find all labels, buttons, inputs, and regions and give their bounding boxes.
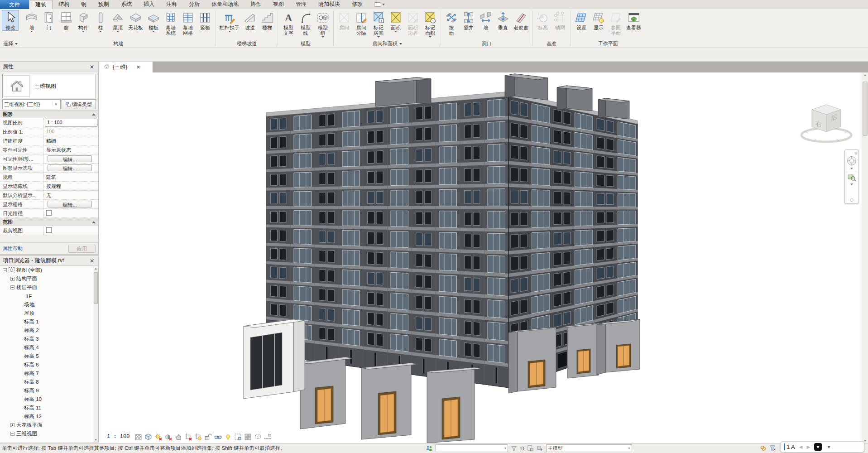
collapse-expander-icon[interactable] bbox=[10, 285, 14, 289]
ribbon-button-1-8[interactable]: 幕墙 系统 bbox=[162, 10, 179, 36]
select-links-icon[interactable] bbox=[760, 445, 767, 452]
ribbon-button-1-10[interactable]: 竖梃 bbox=[197, 10, 214, 31]
crop-view-off-icon[interactable] bbox=[184, 433, 192, 441]
ribbon-button-1-9[interactable]: 幕墙 网格 bbox=[179, 10, 197, 36]
ribbon-tab-9[interactable]: 协作 bbox=[245, 0, 267, 9]
chevron-down-icon[interactable] bbox=[850, 168, 853, 169]
zoom-region-icon[interactable] bbox=[847, 173, 856, 182]
ribbon-tab-8[interactable]: 体量和场地 bbox=[206, 0, 245, 9]
type-selector-dropdown[interactable]: 三维视图: {三维}▾ bbox=[2, 99, 61, 109]
ribbon-button-4-2[interactable]: 1标记 房间 bbox=[370, 10, 387, 38]
edit-button[interactable]: 编辑... bbox=[48, 155, 92, 162]
ribbon-button-4-5[interactable]: 1标记 面积 bbox=[422, 10, 439, 38]
expand-expander-icon[interactable] bbox=[10, 277, 14, 281]
shadows-off-icon[interactable] bbox=[164, 433, 172, 441]
browser-scrollbar[interactable]: ▲ ▼ bbox=[93, 266, 98, 443]
ribbon-group-label-0[interactable]: 选择 bbox=[0, 40, 21, 48]
worksharing-display-off-icon[interactable] bbox=[244, 433, 252, 441]
ribbon-button-6-0[interactable]: !标高 bbox=[534, 10, 551, 31]
tree-item-16[interactable]: 标高 11 bbox=[0, 404, 93, 412]
steering-wheel-icon[interactable] bbox=[846, 155, 857, 166]
tree-item-15[interactable]: 标高 10 bbox=[0, 395, 93, 404]
navigation-bar[interactable]: ⊗ ⊖ bbox=[844, 149, 859, 204]
ribbon-button-1-0[interactable]: 墙 bbox=[23, 10, 40, 33]
ribbon-button-4-1[interactable]: 房间 分隔 bbox=[353, 10, 370, 36]
worksets-icon[interactable] bbox=[426, 445, 433, 452]
ribbon-tab-10[interactable]: 视图 bbox=[267, 0, 290, 9]
ribbon-button-3-2[interactable]: 模型 组 bbox=[314, 10, 331, 38]
ribbon-button-2-0[interactable]: 栏杆扶手 bbox=[218, 10, 241, 33]
property-value[interactable]: 建筑 bbox=[43, 173, 98, 181]
ribbon-button-0-0[interactable]: 修改 bbox=[2, 10, 19, 31]
type-selector[interactable]: 三维视图 bbox=[2, 74, 96, 98]
navbar-collapse-icon[interactable]: ⊖ bbox=[850, 198, 854, 202]
file-menu-button[interactable]: 文件 bbox=[0, 0, 29, 9]
ribbon-tab-0[interactable]: 建筑 bbox=[29, 0, 53, 9]
scroll-down-icon[interactable]: ▼ bbox=[93, 437, 98, 443]
view-cube[interactable]: 右 后 bbox=[800, 100, 854, 149]
ribbon-button-1-7[interactable]: 楼板 bbox=[145, 10, 162, 33]
ribbon-button-1-1[interactable]: 门 bbox=[40, 10, 58, 31]
ribbon-button-2-2[interactable]: 楼梯 bbox=[259, 10, 276, 31]
editable-only-filter-icon[interactable] bbox=[511, 445, 517, 452]
design-option-dropdown[interactable]: 主模型▾ bbox=[546, 444, 632, 452]
unlocked-3d-view-icon[interactable] bbox=[204, 433, 212, 441]
close-view-icon[interactable]: ✕ bbox=[136, 64, 140, 70]
view-tab-3d[interactable]: {三维} ✕ bbox=[99, 62, 153, 72]
ribbon-button-5-0[interactable]: 按 面 bbox=[443, 10, 460, 36]
scrollbar-thumb[interactable] bbox=[94, 272, 98, 304]
building-3d-model[interactable] bbox=[99, 72, 862, 443]
properties-section-header[interactable]: 范围 bbox=[0, 218, 98, 226]
ribbon-tab-13[interactable]: 修改 bbox=[346, 0, 369, 9]
property-checkbox[interactable] bbox=[46, 210, 52, 216]
ribbon-button-5-1[interactable]: 竖井 bbox=[460, 10, 477, 31]
ribbon-button-7-3[interactable]: 查看器 bbox=[624, 10, 643, 31]
visual-style-icon[interactable] bbox=[144, 433, 152, 441]
scrollbar-thumb[interactable] bbox=[863, 82, 868, 136]
close-icon[interactable]: ✕ bbox=[88, 64, 96, 70]
tree-item-10[interactable]: 标高 5 bbox=[0, 352, 93, 361]
ribbon-minimize-button[interactable] bbox=[372, 0, 387, 9]
collapse-expander-icon[interactable] bbox=[3, 268, 7, 272]
ribbon-group-label-4[interactable]: 房间和面积 bbox=[334, 40, 441, 48]
canvas-scrollbar[interactable]: ▲ ▼ bbox=[862, 72, 868, 443]
edit-type-button[interactable]: 编辑类型 bbox=[62, 99, 96, 109]
detail-level-icon[interactable] bbox=[134, 433, 142, 441]
ribbon-button-5-2[interactable]: 墙 bbox=[477, 10, 494, 31]
chevron-down-icon[interactable]: ▼ bbox=[827, 445, 831, 449]
properties-section-header[interactable]: 图形 bbox=[0, 110, 98, 118]
collapse-expander-icon[interactable] bbox=[10, 432, 14, 436]
property-value[interactable]: 精细 bbox=[43, 136, 98, 145]
editable-elements-icon[interactable] bbox=[527, 445, 534, 452]
ribbon-tab-11[interactable]: 管理 bbox=[290, 0, 312, 9]
ribbon-tab-1[interactable]: 结构 bbox=[53, 0, 75, 9]
arrow-right-icon[interactable]: ▶ bbox=[807, 444, 810, 449]
show-crop-region-off-icon[interactable] bbox=[194, 433, 202, 441]
temporary-hide-isolate-icon[interactable] bbox=[214, 433, 222, 441]
ribbon-tab-4[interactable]: 系统 bbox=[115, 0, 138, 9]
tree-item-2[interactable]: 楼层平面 bbox=[0, 283, 93, 292]
ribbon-button-5-3[interactable]: 垂直 bbox=[494, 10, 512, 31]
edit-button[interactable]: 编辑... bbox=[48, 164, 92, 171]
reveal-constraints-icon[interactable] bbox=[264, 433, 272, 441]
ribbon-button-1-4[interactable]: 柱 bbox=[92, 10, 109, 33]
reveal-hidden-elements-icon[interactable] bbox=[224, 433, 232, 441]
ribbon-button-7-1[interactable]: 显示 bbox=[590, 10, 607, 31]
tree-item-4[interactable]: 场地 bbox=[0, 300, 93, 309]
ribbon-button-3-1[interactable]: 模型 线 bbox=[297, 10, 314, 36]
edit-button[interactable]: 编辑... bbox=[48, 201, 92, 207]
tree-item-13[interactable]: 标高 8 bbox=[0, 378, 93, 386]
ribbon-tab-7[interactable]: 分析 bbox=[183, 0, 206, 9]
close-icon[interactable]: ✕ bbox=[88, 258, 96, 264]
tree-item-12[interactable]: 标高 7 bbox=[0, 369, 93, 378]
ribbon-button-3-0[interactable]: A模型 文字 bbox=[280, 10, 297, 36]
view-scale-button[interactable]: 1 : 100 bbox=[107, 434, 129, 440]
apply-button[interactable]: 应用 bbox=[68, 245, 96, 253]
ribbon-tab-6[interactable]: 注释 bbox=[160, 0, 183, 9]
model-canvas[interactable]: 右 后 ⊗ ⊖ 1 : 100 bbox=[99, 72, 862, 443]
ribbon-button-1-3[interactable]: 构件 bbox=[75, 10, 92, 33]
ribbon-button-4-0[interactable]: 房间 bbox=[336, 10, 353, 31]
scroll-up-icon[interactable]: ▲ bbox=[93, 266, 98, 271]
ribbon-button-1-6[interactable]: 天花板 bbox=[126, 10, 145, 31]
tree-item-14[interactable]: 标高 9 bbox=[0, 386, 93, 395]
